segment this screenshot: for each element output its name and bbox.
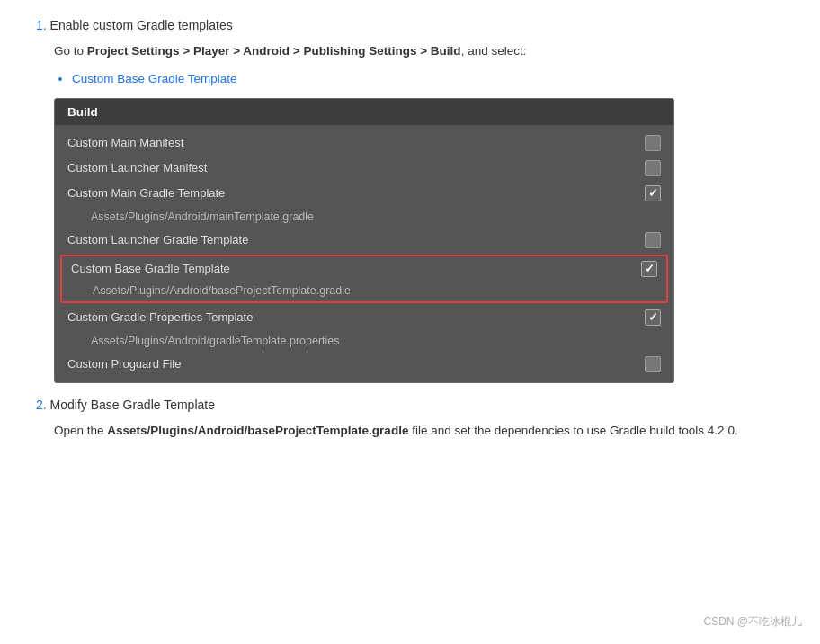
row-gradle-properties-template: Custom Gradle Properties Template: [55, 305, 673, 330]
row-gradle-properties-path: Assets/Plugins/Android/gradleTemplate.pr…: [55, 330, 673, 352]
row-label: Custom Base Gradle Template: [71, 262, 641, 275]
desc-suffix: , and select:: [461, 44, 527, 58]
desc-prefix: Go to: [54, 44, 87, 58]
row-label: Custom Main Gradle Template: [67, 186, 645, 200]
row-proguard-file: Custom Proguard File: [55, 352, 673, 377]
step1-num: 1.: [36, 18, 47, 32]
row-launcher-gradle-template: Custom Launcher Gradle Template: [55, 228, 673, 253]
checkbox-base-gradle-template[interactable]: [641, 261, 657, 277]
row-launcher-manifest: Custom Launcher Manifest: [55, 156, 673, 181]
build-panel-header: Build: [55, 99, 673, 125]
row-label: Custom Launcher Gradle Template: [67, 233, 645, 246]
highlighted-group: Custom Base Gradle Template Assets/Plugi…: [60, 255, 668, 303]
step1-heading: 1. Enable custom Gradle templates: [36, 18, 784, 32]
row-label: Custom Main Manifest: [67, 136, 645, 149]
step2-text: Modify Base Gradle Template: [47, 398, 215, 412]
row-base-gradle-template: Custom Base Gradle Template: [62, 256, 666, 282]
checkbox-main-manifest[interactable]: [645, 135, 661, 151]
checkbox-proguard-file[interactable]: [645, 356, 661, 372]
watermark: CSDN @不吃冰棍儿: [703, 614, 802, 630]
step2-description: Open the Assets/Plugins/Android/baseProj…: [54, 421, 784, 442]
checkbox-gradle-properties-template[interactable]: [645, 309, 661, 326]
checkbox-main-gradle-template[interactable]: [645, 185, 661, 201]
row-main-manifest: Custom Main Manifest: [55, 130, 673, 156]
checkbox-launcher-gradle-template[interactable]: [645, 232, 661, 248]
step2-desc-prefix: Open the: [54, 424, 107, 437]
row-label: Custom Proguard File: [67, 357, 645, 371]
checkbox-launcher-manifest[interactable]: [645, 160, 661, 176]
step2-desc-bold: Assets/Plugins/Android/baseProjectTempla…: [107, 424, 408, 437]
row-label: Custom Launcher Manifest: [67, 161, 645, 174]
row-label: Assets/Plugins/Android/gradleTemplate.pr…: [91, 335, 661, 347]
step1-description: Go to Project Settings > Player > Androi…: [54, 41, 784, 61]
row-main-template-path: Assets/Plugins/Android/mainTemplate.grad…: [55, 206, 673, 228]
row-base-template-path: Assets/Plugins/Android/baseProjectTempla…: [62, 282, 666, 301]
bullet-item: Custom Base Gradle Template: [72, 70, 784, 87]
step2-num: 2.: [36, 398, 47, 412]
bullet-list: Custom Base Gradle Template: [72, 70, 784, 87]
desc-path: Project Settings > Player > Android > Pu…: [87, 44, 461, 58]
row-label: Assets/Plugins/Android/mainTemplate.grad…: [91, 210, 661, 223]
step2-heading: 2. Modify Base Gradle Template: [36, 398, 784, 412]
step1-text: Enable custom Gradle templates: [47, 18, 233, 32]
build-panel-body: Custom Main Manifest Custom Launcher Man…: [55, 125, 673, 382]
build-panel: Build Custom Main Manifest Custom Launch…: [54, 98, 674, 383]
step2-desc-suffix: file and set the dependencies to use Gra…: [408, 424, 737, 437]
row-main-gradle-template: Custom Main Gradle Template: [55, 181, 673, 206]
row-label: Custom Gradle Properties Template: [67, 310, 645, 324]
